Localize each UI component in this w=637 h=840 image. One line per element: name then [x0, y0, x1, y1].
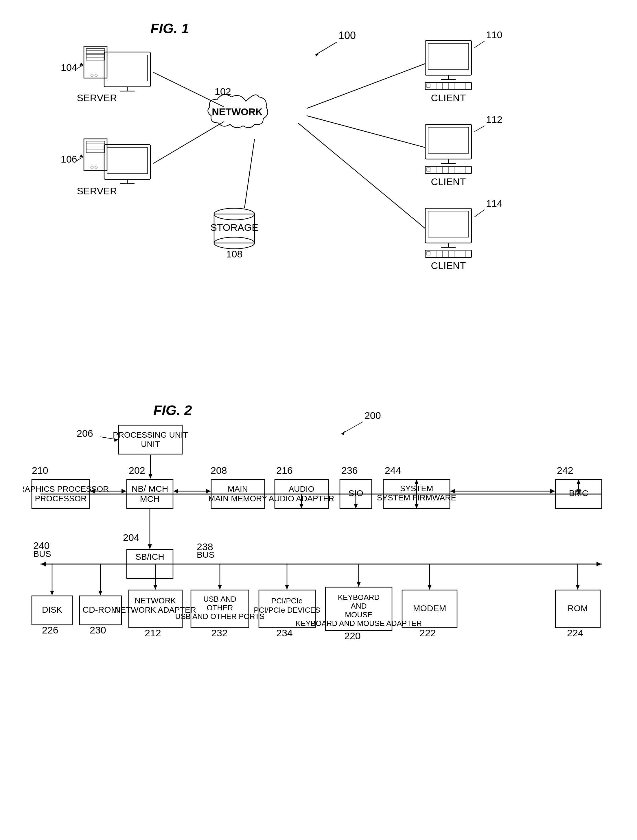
svg-marker-129: [153, 585, 157, 589]
fig2-rom-label: ROM: [567, 603, 588, 613]
fig2-ref200: 200: [365, 410, 381, 421]
svg-rect-44: [428, 127, 469, 153]
svg-rect-21: [107, 147, 147, 174]
fig2-usb-label3: USB AND OTHER PORTS: [175, 612, 265, 621]
svg-line-74: [307, 116, 425, 147]
fig2-ref222: 222: [419, 627, 436, 638]
svg-rect-14: [84, 139, 107, 171]
fig1-ref108: 108: [226, 248, 243, 259]
svg-point-7: [95, 74, 97, 76]
fig1-ref114: 114: [486, 198, 503, 209]
fig2-pu-label1: PROCESSING UNIT: [113, 430, 188, 439]
svg-marker-102: [354, 504, 358, 508]
fig2-ref242: 242: [557, 465, 573, 476]
svg-line-73: [307, 64, 425, 109]
svg-marker-78: [341, 431, 345, 435]
fig2-mainmem-label1: MAIN: [228, 485, 248, 493]
fig1-server1-label: SERVER: [77, 92, 117, 103]
fig1-container: FIG. 1 100 104 SERVER: [43, 17, 593, 365]
fig2-ref212: 212: [145, 627, 161, 638]
fig1-ref106: 106: [61, 153, 77, 164]
svg-point-18: [91, 166, 93, 168]
fig2-disk-label: DISK: [42, 605, 62, 614]
page: FIG. 1 100 104 SERVER: [0, 0, 637, 840]
fig2-graphics-label1: GRAPHICS PROCESSOR: [23, 485, 109, 493]
svg-text:AND: AND: [351, 602, 367, 610]
fig2-kb-label1: KEYBOARD: [338, 593, 380, 602]
fig1-ref110: 110: [486, 29, 503, 40]
fig1-ref112: 112: [486, 114, 503, 125]
svg-marker-113: [550, 489, 555, 493]
fig2-modem-label: MODEM: [413, 603, 446, 613]
svg-marker-114: [450, 489, 455, 493]
svg-line-76: [245, 139, 254, 208]
svg-marker-133: [218, 585, 222, 589]
svg-rect-57: [425, 208, 471, 243]
fig1-client2-label: CLIENT: [431, 176, 466, 187]
svg-marker-96: [174, 489, 178, 493]
fig1-storage-label: STORAGE: [210, 222, 258, 233]
svg-rect-30: [428, 43, 469, 69]
svg-text:MOUSE: MOUSE: [345, 610, 372, 619]
fig2-audio-label1: AUDIO: [289, 485, 315, 493]
fig2-nbmch-label: NB/ MCH: [132, 484, 168, 493]
fig2-ref208: 208: [210, 465, 227, 476]
svg-marker-119: [41, 562, 46, 566]
svg-rect-2: [84, 46, 107, 78]
svg-rect-20: [104, 145, 150, 179]
svg-line-56: [474, 126, 485, 132]
svg-marker-107: [414, 480, 419, 484]
fig2-ref216: 216: [276, 465, 293, 476]
fig2-pci-label2: PCI/PCIe DEVICES: [254, 606, 320, 614]
svg-point-6: [91, 74, 93, 76]
svg-line-77: [341, 422, 363, 434]
fig2-ref210: 210: [32, 465, 48, 476]
svg-rect-16: [86, 143, 105, 146]
fig1-title: FIG. 1: [150, 21, 189, 36]
svg-rect-55: [427, 168, 430, 171]
svg-marker-147: [576, 585, 580, 589]
fig2-ref238: 238: [197, 541, 213, 552]
svg-rect-29: [425, 41, 471, 75]
svg-marker-105: [414, 504, 419, 508]
fig2-ref240: 240: [33, 540, 50, 551]
svg-marker-91: [122, 489, 126, 493]
fig2-kb-label4: KEYBOARD AND MOUSE ADAPTER: [296, 619, 422, 628]
fig1-ref102: 102: [215, 86, 231, 97]
fig2-sbich-label: SB/ICH: [135, 552, 164, 561]
fig2-usb-label1: USB AND: [203, 595, 236, 603]
svg-rect-69: [427, 252, 430, 255]
svg-line-72: [153, 122, 224, 163]
svg-text:MCH: MCH: [140, 494, 160, 504]
svg-marker-84: [149, 474, 152, 479]
svg-rect-4: [86, 51, 105, 54]
svg-marker-141: [357, 582, 361, 587]
fig2-ref206: 206: [77, 428, 93, 439]
fig1-network-label: NETWORK: [212, 106, 263, 117]
fig2-ref202: 202: [129, 465, 145, 476]
fig1-ref100: 100: [338, 30, 356, 41]
svg-rect-5: [86, 54, 105, 57]
svg-marker-136: [285, 585, 289, 589]
svg-line-42: [474, 41, 485, 48]
svg-marker-116: [148, 545, 152, 549]
svg-marker-123: [50, 591, 54, 595]
fig1-server2-label: SERVER: [77, 185, 117, 196]
fig2-mainmem-label2: MAIN MEMORY: [208, 494, 267, 503]
fig2-ref224: 224: [567, 627, 583, 638]
fig2-pci-label1: PCI/PCIe: [271, 597, 303, 605]
fig2-ref244: 244: [385, 465, 401, 476]
fig2-ref234: 234: [276, 627, 293, 638]
svg-marker-126: [98, 591, 103, 595]
fig2-title: FIG. 2: [153, 403, 192, 418]
svg-line-70: [474, 210, 485, 217]
svg-rect-8: [104, 52, 150, 87]
fig2-ref230: 230: [90, 625, 106, 635]
fig2-cdrom-label: CD-ROM: [82, 605, 118, 614]
svg-marker-110: [577, 480, 580, 484]
svg-line-71: [153, 72, 224, 107]
svg-rect-41: [427, 84, 430, 87]
fig1-ref104: 104: [61, 62, 77, 73]
svg-marker-144: [428, 585, 432, 589]
svg-text:PROCESSOR: PROCESSOR: [35, 494, 87, 503]
